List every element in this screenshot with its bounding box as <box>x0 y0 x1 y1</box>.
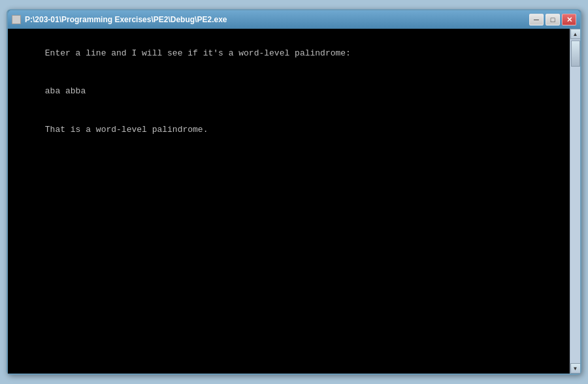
scroll-up-button[interactable]: ▲ <box>570 29 581 39</box>
title-bar-text: P:\203-01\Programming Exercises\PE2\Debu… <box>25 15 529 24</box>
console-line1: Enter a line and I will see if it's a wo… <box>45 48 351 58</box>
window-body: Enter a line and I will see if it's a wo… <box>8 29 580 374</box>
console-line3: That is a word-level palindrome. <box>45 125 208 135</box>
cmd-window: P:\203-01\Programming Exercises\PE2\Debu… <box>7 9 581 375</box>
maximize-button[interactable]: □ <box>546 14 560 25</box>
scroll-thumb[interactable] <box>571 40 580 67</box>
scroll-track[interactable] <box>570 39 580 363</box>
title-bar: P:\203-01\Programming Exercises\PE2\Debu… <box>8 10 580 29</box>
console-line2: aba abba <box>45 86 86 96</box>
scroll-down-button[interactable]: ▼ <box>570 363 581 374</box>
minimize-button[interactable]: ─ <box>529 14 544 25</box>
title-bar-buttons: ─ □ ✕ <box>529 14 576 25</box>
window-icon <box>12 15 21 24</box>
console-output: Enter a line and I will see if it's a wo… <box>8 29 570 374</box>
scrollbar-vertical[interactable]: ▲ ▼ <box>570 29 580 374</box>
close-button[interactable]: ✕ <box>562 14 576 25</box>
